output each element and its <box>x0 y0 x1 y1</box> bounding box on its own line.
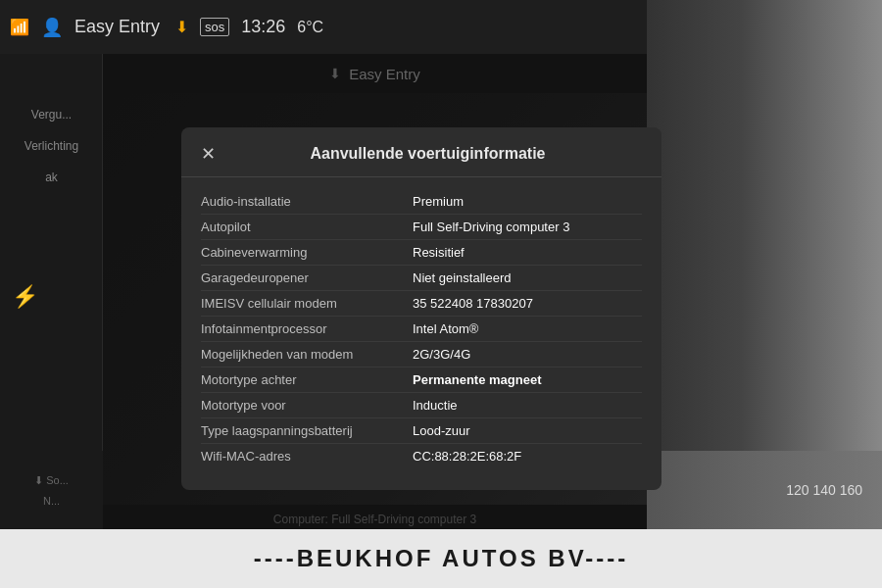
info-label: Cabineverwarming <box>201 245 400 260</box>
info-label: Garagedeuropener <box>201 270 400 285</box>
table-row: AutopilotFull Self-Driving computer 3 <box>201 215 642 240</box>
download-icon: ⬇ <box>175 18 188 36</box>
info-value: Lood-zuur <box>413 423 642 438</box>
sos-badge: sos <box>200 18 229 36</box>
status-time: 13:26 <box>241 17 285 37</box>
table-row: Motortype voorInductie <box>201 393 642 418</box>
info-value: 2G/3G/4G <box>413 347 642 362</box>
right-panel <box>647 0 882 529</box>
info-label: Autopilot <box>201 220 400 234</box>
info-label: Audio-installatie <box>201 194 400 209</box>
info-value: Intel Atom® <box>413 321 642 336</box>
antenna-icon: 📶 <box>10 18 29 36</box>
person-icon: 👤 <box>41 17 63 38</box>
speed-text: 120 140 160 <box>786 482 862 498</box>
info-value: 35 522408 17830207 <box>413 296 642 311</box>
info-label: Motortype voor <box>201 398 400 413</box>
table-row: Mogelijkheden van modem2G/3G/4G <box>201 342 642 368</box>
info-value: Full Self-Driving computer 3 <box>413 220 642 234</box>
info-value: Resisitief <box>413 245 642 260</box>
nav-item-3[interactable]: ak <box>8 166 95 189</box>
vehicle-info-modal: ✕ Aanvullende voertuiginformatie Audio-i… <box>181 127 662 490</box>
table-row: Type laagspanningsbatterijLood-zuur <box>201 418 642 444</box>
info-label: Infotainmentprocessor <box>201 321 400 336</box>
left-bottom-text-2: N... <box>43 495 60 507</box>
modal-body: Audio-installatiePremiumAutopilotFull Se… <box>181 177 662 480</box>
info-value: Inductie <box>413 398 642 413</box>
table-row: Wifi-MAC-adresCC:88:28:2E:68:2F <box>201 444 642 468</box>
status-bar: 📶 👤 Easy Entry ⬇ sos 13:26 6°C <box>0 0 647 54</box>
modal-header: ✕ Aanvullende voertuiginformatie <box>181 127 662 177</box>
table-row: InfotainmentprocessorIntel Atom® <box>201 317 642 342</box>
status-temp: 6°C <box>297 19 323 36</box>
info-label: IMEISV cellulair modem <box>201 296 400 311</box>
table-row: Motortype achterPermanente magneet <box>201 368 642 393</box>
table-row: CabineverwarmingResisitief <box>201 240 642 266</box>
speedometer: 120 140 160 <box>647 451 882 529</box>
info-label: Motortype achter <box>201 372 400 387</box>
left-panel <box>0 0 103 529</box>
nav-item-1[interactable]: Vergu... <box>8 103 95 126</box>
modal-title: Aanvullende voertuiginformatie <box>231 145 624 163</box>
left-bottom-text-1: ⬇ So... <box>34 474 69 487</box>
lightning-icon: ⚡ <box>12 284 38 310</box>
table-row: GaragedeuropenerNiet geinstalleerd <box>201 266 642 291</box>
info-value: Permanente magneet <box>413 372 642 387</box>
table-row: Audio-installatiePremium <box>201 189 642 215</box>
info-label: Mogelijkheden van modem <box>201 347 400 362</box>
left-nav: Vergu... Verlichting ak <box>0 93 103 199</box>
brand-text: ----BEUKHOF AUTOS BV---- <box>254 545 629 572</box>
modal-close-button[interactable]: ✕ <box>201 143 216 165</box>
info-value: Niet geinstalleerd <box>413 270 642 285</box>
info-value: Premium <box>413 194 642 209</box>
info-label: Wifi-MAC-adres <box>201 449 400 464</box>
table-row: IMEISV cellulair modem35 522408 17830207 <box>201 291 642 317</box>
bottom-brand-bar: ----BEUKHOF AUTOS BV---- <box>0 529 882 588</box>
screen-wrapper: 📶 👤 Easy Entry ⬇ sos 13:26 6°C ⬇ Easy En… <box>0 0 882 588</box>
info-value: CC:88:28:2E:68:2F <box>413 449 642 464</box>
status-title[interactable]: Easy Entry <box>74 17 160 37</box>
nav-item-2[interactable]: Verlichting <box>8 134 95 158</box>
left-bottom: ⬇ So... N... <box>0 451 103 529</box>
info-label: Type laagspanningsbatterij <box>201 423 400 438</box>
